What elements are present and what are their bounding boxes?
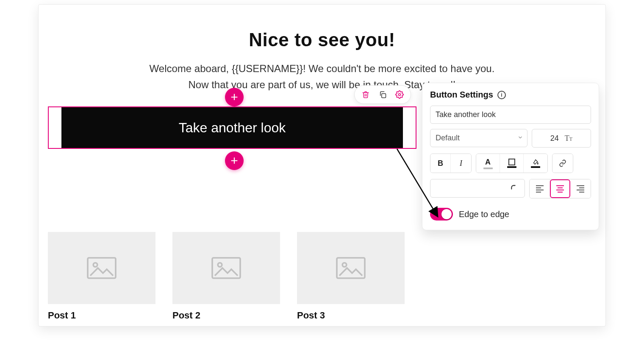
image-placeholder[interactable] (172, 232, 280, 304)
background-color-button[interactable] (500, 154, 524, 173)
svg-point-8 (342, 263, 347, 267)
button-text-input[interactable] (430, 106, 591, 124)
duplicate-button[interactable] (377, 89, 389, 101)
svg-rect-0 (382, 94, 386, 98)
page-title[interactable]: Nice to see you! (39, 29, 605, 50)
svg-rect-5 (212, 258, 240, 278)
post-title: Post 3 (297, 310, 405, 321)
svg-rect-7 (337, 258, 365, 278)
svg-point-1 (399, 94, 401, 96)
link-icon (559, 159, 566, 167)
editor-canvas: Nice to see you! Welcome aboard, {{USERN… (38, 4, 606, 327)
image-icon (336, 256, 366, 280)
add-block-below-button[interactable]: + (225, 151, 244, 170)
align-center-button[interactable] (550, 179, 570, 198)
cta-button[interactable]: Take another look (61, 107, 403, 148)
panel-title: Button Settings (430, 90, 493, 100)
image-placeholder[interactable] (48, 232, 155, 304)
image-icon (211, 256, 242, 280)
edge-to-edge-toggle[interactable] (430, 208, 453, 221)
image-placeholder[interactable] (297, 232, 405, 304)
post-card[interactable]: Post 2 (172, 232, 280, 321)
color-group: A (476, 154, 548, 173)
delete-button[interactable] (360, 89, 372, 101)
button-settings-panel: Button Settings i 24 TT B (422, 83, 599, 230)
plus-icon: + (230, 91, 238, 103)
corner-radius-icon (510, 184, 519, 193)
add-block-above-button[interactable]: + (225, 88, 244, 106)
font-size-field[interactable]: 24 TT (532, 129, 591, 148)
text-color-button[interactable]: A (476, 154, 500, 173)
text-style-group: B I (430, 154, 472, 173)
post-title: Post 1 (48, 310, 155, 321)
post-title: Post 2 (172, 310, 280, 321)
font-family-select[interactable] (430, 129, 527, 148)
svg-point-6 (218, 263, 222, 267)
intro-line-1: Welcome aboard, {{USERNAME}}! We couldn'… (150, 63, 495, 74)
posts-grid: Post 1 Post 2 Post 3 (48, 232, 405, 321)
svg-rect-3 (88, 258, 116, 278)
align-left-icon (536, 185, 544, 193)
align-right-icon (577, 185, 584, 193)
post-card[interactable]: Post 1 (48, 232, 155, 321)
svg-point-4 (93, 263, 97, 267)
border-radius-field[interactable] (430, 179, 525, 198)
text-color-icon: A (485, 158, 491, 167)
font-size-value: 24 (550, 134, 559, 143)
gear-icon (395, 90, 404, 99)
bold-button[interactable]: B (430, 154, 451, 173)
edge-to-edge-label: Edge to edge (459, 209, 509, 219)
image-icon (86, 256, 117, 280)
cta-button-label: Take another look (179, 120, 286, 136)
align-left-button[interactable] (530, 179, 550, 198)
fill-color-button[interactable] (524, 154, 547, 173)
link-button[interactable] (552, 154, 573, 173)
align-center-icon (556, 185, 564, 193)
button-block-selected[interactable]: Take another look (48, 106, 416, 149)
align-right-button[interactable] (570, 179, 591, 198)
italic-icon: I (460, 159, 462, 168)
plus-icon: + (230, 154, 238, 167)
text-size-icon: TT (565, 134, 572, 143)
copy-icon (379, 91, 386, 98)
settings-button[interactable] (394, 89, 405, 101)
bold-icon: B (438, 159, 443, 168)
paint-bucket-icon (532, 159, 539, 165)
intro-line-2: Now that you are part of us, we will be … (188, 79, 455, 90)
square-icon (508, 159, 515, 165)
alignment-group (529, 179, 591, 198)
italic-button[interactable]: I (451, 154, 471, 173)
info-icon[interactable]: i (497, 91, 506, 99)
element-toolbar (354, 85, 411, 104)
trash-icon (362, 91, 369, 98)
link-group (552, 154, 573, 173)
toggle-knob (441, 209, 452, 219)
font-family-value[interactable] (430, 129, 527, 147)
post-card[interactable]: Post 3 (297, 232, 405, 321)
